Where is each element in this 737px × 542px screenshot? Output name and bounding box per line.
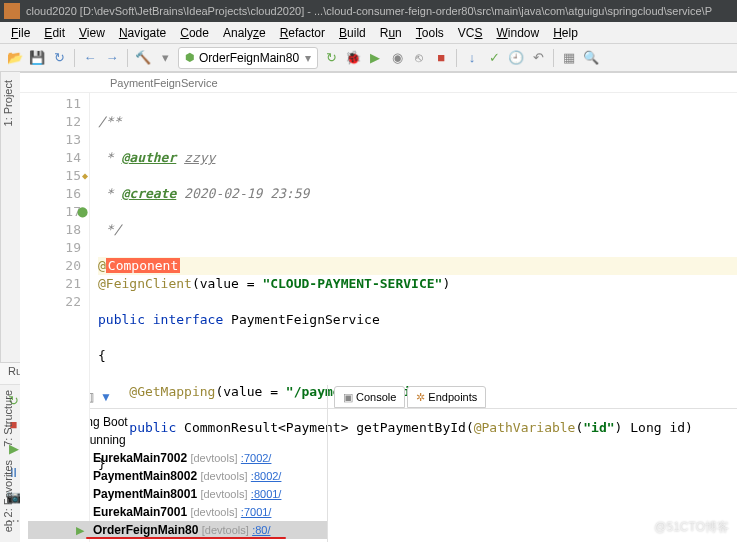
- menu-edit[interactable]: Edit: [37, 24, 72, 42]
- red-underline-annotation: [86, 537, 286, 539]
- stop-icon[interactable]: ■: [432, 49, 450, 67]
- menu-tools[interactable]: Tools: [409, 24, 451, 42]
- save-icon[interactable]: 💾: [28, 49, 46, 67]
- build-icon[interactable]: 🔨: [134, 49, 152, 67]
- run-config-selector[interactable]: ⬢ OrderFeignMain80 ▾: [178, 47, 318, 69]
- window-title: cloud2020 [D:\devSoft\JetBrains\IdeaProj…: [26, 5, 712, 17]
- profile-icon[interactable]: ◉: [388, 49, 406, 67]
- window-title-bar: cloud2020 [D:\devSoft\JetBrains\IdeaProj…: [0, 0, 737, 22]
- vcs-commit-icon[interactable]: ✓: [485, 49, 503, 67]
- vcs-history-icon[interactable]: 🕘: [507, 49, 525, 67]
- menu-file[interactable]: File: [4, 24, 37, 42]
- run-dashboard-panel: Run Dashboard: ↻ ■ ▶ ⏸ 📷 ⋯ ⇊ ⇈ ▦ ▥ ▼ ▾✲S…: [0, 362, 737, 542]
- app-icon: [4, 3, 20, 19]
- menu-code[interactable]: Code: [173, 24, 216, 42]
- attach-icon[interactable]: ⎋: [410, 49, 428, 67]
- warning-gutter-icon[interactable]: ◆: [74, 167, 88, 181]
- run-config-label: OrderFeignMain80: [199, 51, 299, 65]
- main-toolbar: 📂 💾 ↻ ← → 🔨 ▾ ⬢ OrderFeignMain80 ▾ ↻ 🐞 ▶…: [0, 44, 737, 72]
- sidebar-web[interactable]: eb: [2, 520, 14, 532]
- impl-gutter-icon[interactable]: ⬤: [74, 203, 88, 217]
- tab-endpoints[interactable]: ✲Endpoints: [407, 386, 486, 408]
- run-config-icon: ⬢: [185, 51, 195, 64]
- open-icon[interactable]: 📂: [6, 49, 24, 67]
- filter-icon[interactable]: ▼: [100, 390, 112, 404]
- menu-bar: File Edit View Navigate Code Analyze Ref…: [0, 22, 737, 44]
- sidebar-structure[interactable]: 7: Structure: [2, 390, 14, 447]
- vcs-revert-icon[interactable]: ↶: [529, 49, 547, 67]
- menu-build[interactable]: Build: [332, 24, 373, 42]
- vcs-update-icon[interactable]: ↓: [463, 49, 481, 67]
- run-icon[interactable]: ↻: [322, 49, 340, 67]
- debug-icon[interactable]: 🐞: [344, 49, 362, 67]
- back-icon[interactable]: ←: [81, 49, 99, 67]
- structure-icon[interactable]: ▦: [560, 49, 578, 67]
- breadcrumb[interactable]: PaymentFeignService: [20, 73, 737, 93]
- menu-refactor[interactable]: Refactor: [273, 24, 332, 42]
- dropdown-icon[interactable]: ▾: [156, 49, 174, 67]
- tree-app-selected[interactable]: ▶OrderFeignMain80 [devtools] :80/: [28, 521, 327, 539]
- coverage-icon[interactable]: ▶: [366, 49, 384, 67]
- chevron-down-icon: ▾: [305, 51, 311, 65]
- sidebar-project[interactable]: 1: Project: [2, 80, 14, 126]
- sidebar-favorites[interactable]: 2: Favorites: [2, 460, 14, 517]
- menu-navigate[interactable]: Navigate: [112, 24, 173, 42]
- watermark: @51CTO博客: [654, 519, 729, 536]
- refresh-icon[interactable]: ↻: [50, 49, 68, 67]
- search-icon[interactable]: 🔍: [582, 49, 600, 67]
- menu-run[interactable]: Run: [373, 24, 409, 42]
- line-gutter: 11121314 15161718 19202122 ◆ ⬤: [20, 93, 90, 542]
- menu-analyze[interactable]: Analyze: [216, 24, 273, 42]
- tab-console[interactable]: ▣Console: [334, 386, 405, 408]
- forward-icon[interactable]: →: [103, 49, 121, 67]
- dashboard-right-tabs: ▣Console ✲Endpoints: [328, 385, 737, 409]
- menu-view[interactable]: View: [72, 24, 112, 42]
- menu-help[interactable]: Help: [546, 24, 585, 42]
- menu-window[interactable]: Window: [489, 24, 546, 42]
- menu-vcs[interactable]: VCS: [451, 24, 490, 42]
